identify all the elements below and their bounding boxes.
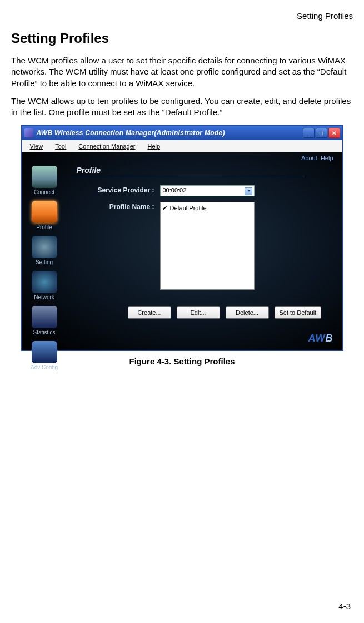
delete-button[interactable]: Delete...	[226, 306, 269, 319]
profile-name-row: Profile Name : ✔ DefaultProfile	[71, 202, 331, 290]
service-provider-label: Service Provider :	[71, 185, 160, 194]
sidebar-item-profile[interactable]: Profile	[27, 201, 62, 230]
app-window: AWB Wireless Connection Manager(Administ…	[21, 125, 343, 351]
sidebar-item-label: Profile	[27, 224, 62, 230]
checkmark-icon: ✔	[162, 205, 168, 211]
service-provider-combo[interactable]: 00:00:02	[160, 185, 255, 196]
menu-connection-manager[interactable]: Connection Manager	[78, 143, 135, 150]
sidebar-item-label: Network	[27, 294, 62, 300]
sidebar-item-network[interactable]: Network	[27, 271, 62, 300]
profile-icon	[32, 201, 57, 223]
sidebar-item-label: Connect	[27, 189, 62, 195]
connect-icon	[32, 166, 57, 188]
network-icon	[32, 271, 57, 293]
body-paragraph-2: The WCM allows up to ten profiles to be …	[11, 96, 353, 118]
close-button[interactable]: ✕	[328, 128, 340, 138]
edit-button[interactable]: Edit...	[177, 306, 220, 319]
service-provider-row: Service Provider : 00:00:02	[71, 185, 331, 196]
logo-part-a: AW	[308, 333, 326, 344]
page-header-right: Setting Profiles	[11, 11, 353, 21]
service-provider-value: 00:00:02	[163, 187, 187, 194]
menu-tool[interactable]: Tool	[55, 143, 66, 150]
setting-icon	[32, 236, 57, 258]
menu-view[interactable]: View	[30, 143, 43, 150]
sidebar-item-adv-config[interactable]: Adv Config	[27, 341, 62, 370]
body-paragraph-1: The WCM profiles allow a user to set the…	[11, 55, 353, 89]
window-controls: _ □ ✕	[303, 128, 340, 138]
brand-logo: AWB	[308, 333, 333, 344]
list-item[interactable]: ✔ DefaultProfile	[162, 204, 252, 212]
figure-caption: Figure 4-3. Setting Profiles	[11, 357, 353, 366]
create-button[interactable]: Create...	[128, 306, 171, 319]
page-title: Setting Profiles	[11, 31, 353, 46]
adv-config-icon	[32, 341, 57, 363]
statistics-icon	[32, 306, 57, 328]
main-panel: Profile Service Provider : 00:00:02 Prof…	[67, 152, 342, 350]
sidebar-item-label: Adv Config	[27, 364, 62, 370]
panel-title: Profile	[71, 166, 305, 177]
page-number: 4-3	[338, 601, 351, 611]
sidebar-item-label: Statistics	[27, 329, 62, 335]
sidebar-item-label: Setting	[27, 259, 62, 265]
window-titlebar: AWB Wireless Connection Manager(Administ…	[22, 126, 342, 140]
sidebar-item-statistics[interactable]: Statistics	[27, 306, 62, 335]
profile-listbox[interactable]: ✔ DefaultProfile	[160, 202, 255, 290]
maximize-button[interactable]: □	[316, 128, 327, 138]
sidebar-item-connect[interactable]: Connect	[27, 166, 62, 195]
button-row: Create... Edit... Delete... Set to Defau…	[128, 306, 322, 319]
app-body: About Help Connect Profile Setting Netwo…	[22, 152, 342, 350]
app-icon	[24, 128, 33, 137]
menu-help[interactable]: Help	[147, 143, 160, 150]
sidebar: Connect Profile Setting Network Statisti…	[22, 152, 67, 350]
window-title: AWB Wireless Connection Manager(Administ…	[37, 129, 300, 137]
sidebar-item-setting[interactable]: Setting	[27, 236, 62, 265]
chevron-down-icon	[247, 190, 251, 192]
logo-part-b: B	[326, 333, 333, 344]
menubar: View Tool Connection Manager Help	[22, 140, 342, 152]
minimize-button[interactable]: _	[303, 128, 315, 138]
profile-name-label: Profile Name :	[71, 202, 160, 211]
set-default-button[interactable]: Set to Default	[275, 306, 322, 319]
profile-item-label: DefaultProfile	[170, 205, 207, 211]
